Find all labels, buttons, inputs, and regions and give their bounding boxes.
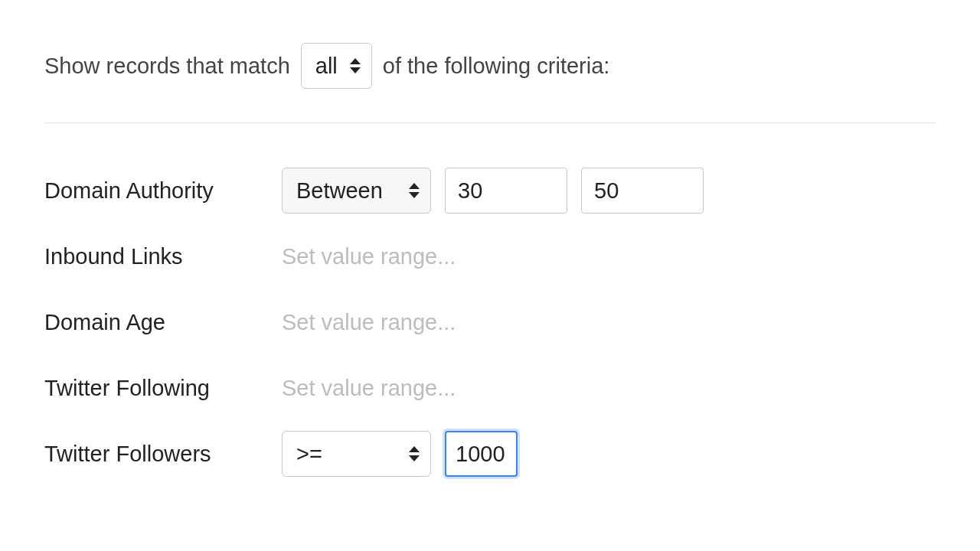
criteria-row-domain-authority: Domain Authority Between bbox=[44, 165, 936, 217]
updown-icon bbox=[350, 58, 361, 73]
updown-icon bbox=[409, 446, 420, 461]
value-high-input[interactable] bbox=[581, 168, 704, 214]
match-mode-select[interactable]: all bbox=[301, 43, 372, 89]
criteria-label: Domain Age bbox=[44, 310, 282, 335]
criteria-row-domain-age: Domain Age Set value range... bbox=[44, 296, 936, 348]
set-value-range-button[interactable]: Set value range... bbox=[282, 371, 456, 406]
criteria-label: Twitter Following bbox=[44, 376, 282, 401]
set-value-range-button[interactable]: Set value range... bbox=[282, 240, 456, 274]
criteria-label: Inbound Links bbox=[44, 244, 282, 269]
criteria-row-inbound-links: Inbound Links Set value range... bbox=[44, 230, 936, 282]
operator-select[interactable]: >= bbox=[282, 431, 431, 477]
criteria-row-twitter-followers: Twitter Followers >= bbox=[44, 428, 936, 480]
filter-header: Show records that match all of the follo… bbox=[44, 43, 936, 89]
value-input[interactable] bbox=[445, 431, 518, 477]
criteria-label: Domain Authority bbox=[44, 178, 282, 204]
divider bbox=[44, 122, 936, 123]
value-low-input[interactable] bbox=[445, 168, 567, 214]
criteria-row-twitter-following: Twitter Following Set value range... bbox=[44, 362, 936, 414]
criteria-label: Twitter Followers bbox=[44, 442, 282, 467]
header-suffix-text: of the following criteria: bbox=[383, 54, 610, 79]
updown-icon bbox=[409, 183, 420, 198]
operator-select[interactable]: Between bbox=[282, 168, 431, 214]
set-value-range-button[interactable]: Set value range... bbox=[282, 305, 456, 340]
operator-value: Between bbox=[296, 178, 383, 204]
header-prefix-text: Show records that match bbox=[44, 54, 290, 79]
operator-value: >= bbox=[296, 442, 322, 467]
match-mode-value: all bbox=[315, 54, 338, 79]
